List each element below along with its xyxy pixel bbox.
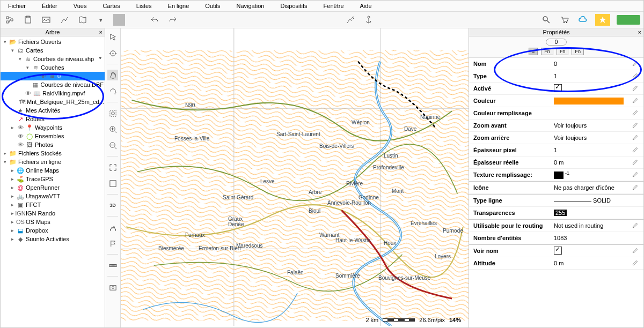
edit-icon[interactable] <box>632 247 639 255</box>
menu-fichier[interactable]: Fichier <box>6 2 28 10</box>
tree-item-online-maps[interactable]: ▸🌐Online Maps <box>1 166 105 175</box>
tree-item-cartes[interactable]: ▾🗂Cartes <box>1 46 105 55</box>
edit-icon[interactable] <box>632 146 639 154</box>
twisty-icon[interactable]: ▾ <box>18 55 23 63</box>
favorite-btn[interactable] <box>595 14 610 26</box>
twisty-icon[interactable]: ▸ <box>10 192 15 200</box>
fn-tab-3[interactable]: Fn <box>572 48 584 55</box>
dropdown-icon[interactable]: ▾ <box>95 14 107 26</box>
screenshot-tool[interactable] <box>107 282 118 293</box>
cart-btn[interactable] <box>559 14 570 26</box>
tree-item-openrunner[interactable]: ▸@OpenRunner <box>1 183 105 192</box>
redo-btn[interactable] <box>167 14 179 26</box>
tree-item-tracegps[interactable]: ▸⛳TraceGPS <box>1 175 105 183</box>
twisty-icon[interactable]: ▸ <box>10 167 15 174</box>
close-icon[interactable]: × <box>99 29 103 35</box>
eye-icon[interactable]: 👁 <box>17 141 24 148</box>
list-view-btn[interactable] <box>113 14 125 26</box>
ruler-tool[interactable] <box>107 260 118 271</box>
edit-icon[interactable] <box>632 171 639 178</box>
tree-item-fichiers-ouverts[interactable]: ▾📂Fichiers Ouverts <box>1 38 105 46</box>
edit-icon[interactable] <box>632 85 639 92</box>
transparency-value[interactable]: 255 <box>554 210 567 216</box>
eye-icon[interactable]: 👁 <box>17 124 24 131</box>
eye-icon[interactable]: 👁 <box>24 90 32 97</box>
fn-tab-2[interactable]: Fn <box>557 48 569 55</box>
twisty-icon[interactable]: ▸ <box>10 218 15 226</box>
twisty-icon[interactable]: ▸ <box>10 175 15 183</box>
twisty-icon[interactable]: ▸ <box>10 210 15 217</box>
search-btn[interactable] <box>540 14 552 26</box>
fullscreen-tool[interactable] <box>107 178 118 189</box>
twisty-icon[interactable]: ▸ <box>10 201 15 208</box>
edit-icon[interactable] <box>632 222 639 229</box>
undo-btn[interactable] <box>149 14 160 26</box>
cloud-sync-btn[interactable] <box>577 14 589 26</box>
tree-item-0[interactable]: 👁≋0 <box>1 72 105 80</box>
menu-listes[interactable]: Listes <box>134 2 154 10</box>
edit-icon[interactable] <box>632 97 639 105</box>
twisty-icon[interactable]: ▸ <box>3 150 8 157</box>
menu-outils[interactable]: Outils <box>203 2 222 10</box>
image-btn[interactable] <box>40 14 52 26</box>
edit-icon[interactable] <box>632 134 639 141</box>
twisty-icon[interactable]: ▾ <box>3 38 8 46</box>
anchor-btn[interactable] <box>363 14 375 26</box>
eye-icon[interactable]: 👁 <box>39 72 47 80</box>
3d-tool[interactable]: 3D <box>107 200 118 211</box>
color-swatch[interactable] <box>554 98 624 105</box>
tree[interactable]: ▾📂Fichiers Ouverts▾🗂Cartes▾≋Courbes de n… <box>1 36 105 327</box>
zoom-area-tool[interactable] <box>107 108 118 118</box>
tree-item-photos[interactable]: 👁🖼Photos <box>1 140 105 149</box>
twisty-icon[interactable]: ▸ <box>10 235 15 243</box>
menu-vues[interactable]: Vues <box>71 2 89 10</box>
twisty-icon[interactable]: ▾ <box>3 158 8 166</box>
reload-tool[interactable] <box>107 86 118 96</box>
edit-icon[interactable] <box>632 184 639 191</box>
edit-icon[interactable] <box>632 72 639 80</box>
tree-item-ffct[interactable]: ▸▣FFCT <box>1 200 105 209</box>
tree-item-routes[interactable]: ↗Routes <box>1 115 105 123</box>
tree-item-fichiers-stock-s[interactable]: ▸📁Fichiers Stockés <box>1 149 105 158</box>
tree-item-courbes-de-niveau-shp[interactable]: ▾≋Courbes de niveau.shp* <box>1 55 105 63</box>
tree-item-suunto-activities[interactable]: ▸◆Suunto Activities <box>1 235 105 243</box>
edit-icon[interactable] <box>632 259 639 267</box>
tree-item-courbes-de-niveau-dbf[interactable]: ▦Courbes de niveau.DBF <box>1 80 105 89</box>
texture-swatch[interactable] <box>554 172 564 179</box>
zoom-out-tool[interactable] <box>107 140 118 151</box>
eye-icon[interactable]: 👁 <box>17 132 24 140</box>
tree-item-fichiers-en-ligne[interactable]: ▾📁Fichiers en ligne <box>1 158 105 166</box>
tree-item-mes-activit-s[interactable]: ★Mes Activités <box>1 106 105 115</box>
tree-item-ign-rando[interactable]: ▸IGNIGN Rando <box>1 209 105 218</box>
twisty-icon[interactable]: ▸ <box>10 124 15 131</box>
fn-tab-1[interactable]: Fn <box>541 48 553 55</box>
pan-tool[interactable] <box>107 70 118 80</box>
edit-icon[interactable] <box>632 109 639 117</box>
menu-aide[interactable]: Aide <box>358 2 374 10</box>
twisty-icon[interactable]: ▾ <box>25 64 30 71</box>
waypoints-tool[interactable] <box>107 222 118 233</box>
tree-view-btn[interactable] <box>4 14 16 26</box>
cursor-tool[interactable] <box>107 32 118 42</box>
tree-item-raidviking-mpvf[interactable]: 👁📖RaidViking.mpvf <box>1 89 105 98</box>
tree-item-utagawavtt[interactable]: ▸🚲UtagawaVTT <box>1 192 105 200</box>
tree-item-dropbox[interactable]: ▸⬓Dropbox <box>1 226 105 235</box>
clipboard-btn[interactable] <box>22 14 34 26</box>
map-canvas[interactable]: N90Sart-Saint-LaurentFosses-la-VilleBois… <box>121 28 469 327</box>
twisty-icon[interactable]: ▸ <box>10 227 15 234</box>
tree-item-ensembles[interactable]: 👁◯Ensembles <box>1 132 105 140</box>
close-icon[interactable]: × <box>638 29 641 35</box>
edit-track-btn[interactable] <box>345 14 356 26</box>
edit-icon[interactable] <box>632 60 639 68</box>
menu-éditer[interactable]: Éditer <box>40 2 60 10</box>
fit-tool[interactable] <box>107 162 118 173</box>
checkbox[interactable] <box>554 84 562 92</box>
fn-tab-list[interactable]: ≡ <box>529 48 538 55</box>
status-indicator[interactable] <box>617 15 640 25</box>
twisty-icon[interactable]: ▾ <box>10 47 15 54</box>
menu-dispositifs[interactable]: Dispositifs <box>278 2 309 10</box>
twisty-icon[interactable]: ▸ <box>10 184 15 191</box>
route-btn[interactable] <box>58 14 70 26</box>
map-btn[interactable] <box>77 14 89 26</box>
edit-icon[interactable] <box>632 159 639 166</box>
